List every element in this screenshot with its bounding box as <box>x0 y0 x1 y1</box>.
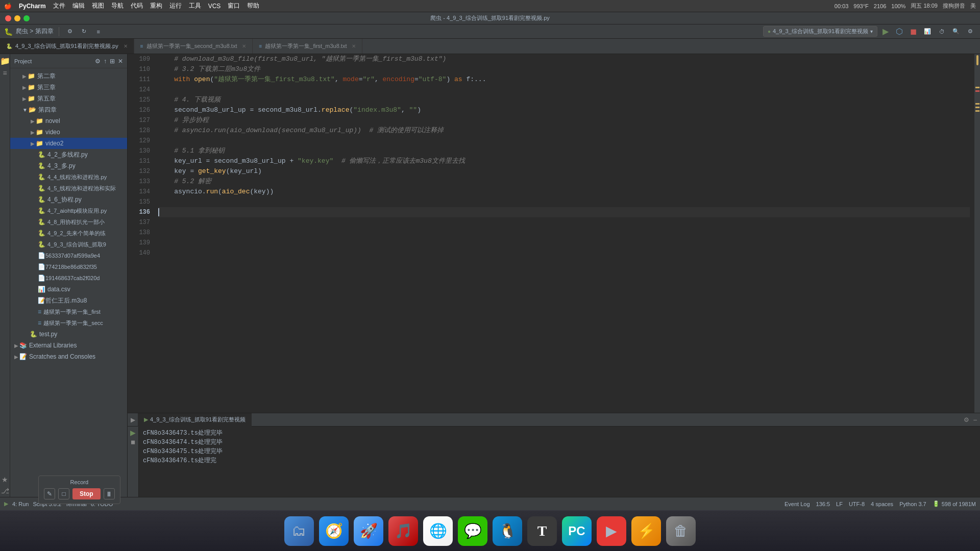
tree-item-4-8[interactable]: 🐍 4_8_用协程扒光一部小 <box>10 216 127 228</box>
editor-scrollbar[interactable] <box>974 54 980 413</box>
menu-edit[interactable]: 编辑 <box>72 2 85 10</box>
status-encoding[interactable]: UTF-8 <box>849 501 865 507</box>
run-settings-icon[interactable]: ⚙ <box>964 416 969 423</box>
tree-item-4-3[interactable]: 🐍 4_3_多.py <box>10 160 127 171</box>
tree-item-csv[interactable]: 📊 data.csv <box>10 284 127 295</box>
tree-item-4-5[interactable]: 🐍 4_5_线程池和进程池和实际 <box>10 183 127 194</box>
record-stop-button[interactable]: Stop <box>72 488 101 499</box>
tree-item-external[interactable]: ▶ 📚 External Libraries <box>10 340 127 351</box>
dock-safari[interactable]: 🧭 <box>319 516 349 546</box>
status-python[interactable]: Python 3.7 <box>899 501 926 507</box>
minimize-button[interactable] <box>14 15 20 21</box>
sync-btn[interactable]: ↻ <box>79 26 90 37</box>
tree-item-video[interactable]: ▶ 📁 video <box>10 127 127 138</box>
tree-item-4-2[interactable]: 🐍 4_2_多线程.py <box>10 149 127 160</box>
tree-item-test[interactable]: 🐍 test.py <box>10 329 127 340</box>
tree-item-scratches[interactable]: ▶ 📝 Scratches and Consoles <box>10 351 127 362</box>
menu-vcs[interactable]: VCS <box>208 3 221 10</box>
dock-thunder[interactable]: ⚡ <box>631 516 661 546</box>
tree-item-chapter2[interactable]: ▶ 📁 第二章 <box>10 70 127 82</box>
status-event-log[interactable]: Event Log <box>785 501 810 507</box>
menu-refactor[interactable]: 重构 <box>150 2 162 10</box>
tree-item-hash2[interactable]: 📄 774218be86d832f35 <box>10 261 127 272</box>
sidebar-settings-icon[interactable]: ⚙ <box>95 58 101 65</box>
run-config-selector[interactable]: ● 4_9_3_综合训练_抓取91看剧完整视频 ▾ <box>763 26 877 37</box>
tab-close-2[interactable]: ✕ <box>352 43 356 49</box>
record-pause-button[interactable]: ⏸ <box>104 488 115 499</box>
dock-pycharm[interactable]: PC <box>562 516 592 546</box>
favorites-icon[interactable]: ★ <box>2 475 8 484</box>
dock-qq[interactable]: 🐧 <box>493 516 522 546</box>
tree-item-chapter5[interactable]: ▶ 📁 第五章 <box>10 93 127 104</box>
tab-first-m3u8[interactable]: ≡ 越狱第一季第一集_first_m3u8.txt ✕ <box>253 39 362 54</box>
tree-item-hash1[interactable]: 📄 563337d07af599a9e4 <box>10 250 127 261</box>
app-name[interactable]: PyCharm <box>19 3 46 10</box>
debug-button[interactable]: ⬡ <box>894 27 905 36</box>
sidebar-close-icon[interactable]: ✕ <box>118 58 123 65</box>
tab-main-file[interactable]: 🐍 4_9_3_综合训练_抓取91看剧完整视频.py ✕ <box>0 39 134 54</box>
fullscreen-button[interactable] <box>23 15 30 21</box>
status-position[interactable]: 136:5 <box>816 501 830 507</box>
find-button[interactable]: 🔍 <box>950 26 962 37</box>
tree-item-first-txt[interactable]: ≡ 越狱第一季第一集_first <box>10 306 127 317</box>
dock-launchpad[interactable]: 🚀 <box>354 516 383 546</box>
run-tab[interactable]: ▶ 4_9_3_综合训练_抓取91看剧完整视频 <box>138 413 252 427</box>
code-content-area[interactable]: # download_m3u8_file(first_m3u8_url, "越狱… <box>154 54 974 413</box>
dock-trash[interactable]: 🗑 <box>666 516 696 546</box>
code-line-136[interactable] <box>158 207 970 217</box>
tab-close-1[interactable]: ✕ <box>242 43 246 49</box>
tree-item-hash3[interactable]: 📄 191468637cab2f020d <box>10 272 127 284</box>
run-panel-arrow[interactable]: ▶ <box>128 416 138 423</box>
run-stop-small[interactable]: ◼ <box>131 439 135 445</box>
menu-file[interactable]: 文件 <box>53 2 65 10</box>
menu-tools[interactable]: 工具 <box>189 2 201 10</box>
menu-navigate[interactable]: 导航 <box>111 2 124 10</box>
run-green-arrow[interactable]: ▶ <box>130 429 136 437</box>
tree-item-video2[interactable]: ▶ 📁 video2 <box>10 138 127 149</box>
close-button[interactable] <box>5 15 11 21</box>
run-button[interactable]: ▶ <box>880 27 891 36</box>
record-square-button[interactable]: □ <box>58 488 69 499</box>
structure-icon[interactable]: ≡ <box>3 69 7 77</box>
tab-close-0[interactable]: ✕ <box>124 43 128 49</box>
dock-chrome[interactable]: 🌐 <box>423 516 453 546</box>
project-icon[interactable]: 📁 <box>0 56 10 66</box>
tree-item-second-txt[interactable]: ≡ 越狱第一季第一集_secc <box>10 317 127 329</box>
status-spaces[interactable]: 4 spaces <box>871 501 893 507</box>
code-editor[interactable]: 109 110 111 124 125 126 127 128 129 130 … <box>128 54 980 413</box>
project-settings-btn[interactable]: ⚙ <box>64 26 76 37</box>
tree-item-4-6[interactable]: 🐍 4_6_协程.py <box>10 194 127 205</box>
tree-item-chapter3[interactable]: ▶ 📁 第三章 <box>10 82 127 93</box>
tree-item-4-4[interactable]: 🐍 4_4_线程池和进程池.py <box>10 171 127 183</box>
stop-button[interactable]: ◼ <box>908 27 919 36</box>
dock-music-red[interactable]: 🎵 <box>388 516 418 546</box>
tree-item-4-9-2[interactable]: 🐍 4_9_2_先来个简单的练 <box>10 228 127 239</box>
tree-item-novel[interactable]: ▶ 📁 novel <box>10 115 127 127</box>
dock-player[interactable]: ▶ <box>597 516 626 546</box>
apple-logo[interactable]: 🍎 <box>4 3 12 10</box>
structure-btn[interactable]: ≡ <box>93 26 104 37</box>
menu-window[interactable]: 窗口 <box>228 2 240 10</box>
tree-item-4-9-3[interactable]: 🐍 4_9_3_综合训练_抓取9 <box>10 239 127 250</box>
tree-item-chapter4[interactable]: ▼ 📂 第四章 <box>10 104 127 115</box>
tree-item-4-7[interactable]: 🐍 4_7_aiohttp模块应用.py <box>10 205 127 216</box>
status-run-label[interactable]: 4: Run <box>12 501 29 507</box>
dock-wechat[interactable]: 💬 <box>458 516 487 546</box>
tab-second-m3u8[interactable]: ≡ 越狱第一季第一集_second_m3u8.txt ✕ <box>134 39 253 54</box>
dock-finder[interactable]: 🗂 <box>284 516 314 546</box>
menu-run[interactable]: 运行 <box>169 2 182 10</box>
record-pencil-button[interactable]: ✎ <box>44 488 55 499</box>
tree-item-m3u8[interactable]: 📝 哲仁王后.m3u8 <box>10 295 127 306</box>
vcs-icon[interactable]: ⎇ <box>1 487 9 495</box>
run-close-icon[interactable]: – <box>973 416 977 423</box>
status-lf[interactable]: LF <box>836 501 843 507</box>
profile-button[interactable]: ⏱ <box>936 26 947 37</box>
dock-typora[interactable]: T <box>527 516 557 546</box>
menu-view[interactable]: 视图 <box>92 2 104 10</box>
settings-button[interactable]: ⚙ <box>965 26 976 37</box>
menu-code[interactable]: 代码 <box>131 2 143 10</box>
coverage-button[interactable]: 📊 <box>922 26 933 37</box>
sidebar-gear-icon[interactable]: ⊞ <box>110 58 115 65</box>
sidebar-collapse-icon[interactable]: ↑ <box>104 58 107 65</box>
menu-help[interactable]: 帮助 <box>247 2 259 10</box>
